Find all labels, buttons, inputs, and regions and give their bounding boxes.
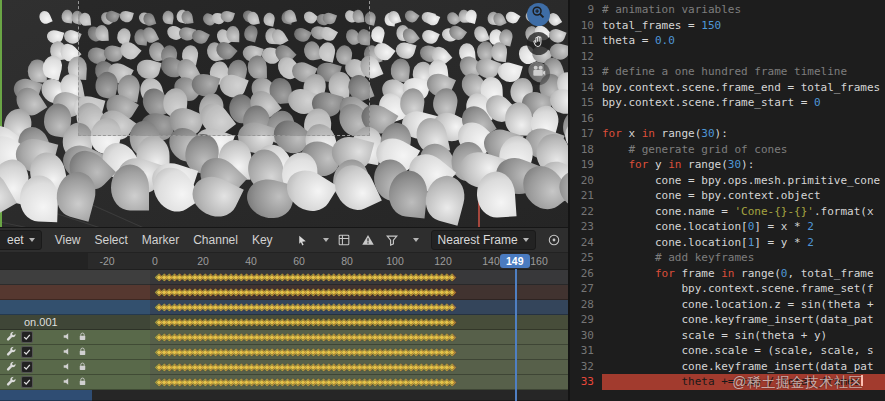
code-line: 20 cone = bpy.ops.mesh.primitive_cone	[570, 173, 885, 189]
modifier-wrench-icon[interactable]	[5, 375, 17, 390]
key-area[interactable]: ◈◈◈◈◈◈◈◈◈◈◈◈◈◈◈◈◈◈◈◈◈◈◈◈◈◈◈◈◈◈◈◈◈◈◈◈◈◈◈◈…	[150, 345, 568, 360]
channel-row-fcurve[interactable]: ◈◈◈◈◈◈◈◈◈◈◈◈◈◈◈◈◈◈◈◈◈◈◈◈◈◈◈◈◈◈◈◈◈◈◈◈◈◈◈◈…	[0, 360, 568, 375]
lock-icon[interactable]	[77, 330, 88, 345]
pan-button[interactable]	[527, 32, 550, 55]
modifier-wrench-icon[interactable]	[5, 330, 17, 345]
enable-checkbox[interactable]	[21, 346, 33, 358]
key-area[interactable]: ◈◈◈◈◈◈◈◈◈◈◈◈◈◈◈◈◈◈◈◈◈◈◈◈◈◈◈◈◈◈◈◈◈◈◈◈◈◈◈◈…	[150, 330, 568, 345]
enable-checkbox[interactable]	[21, 361, 33, 373]
cone[interactable]	[119, 9, 134, 23]
keyframe-chain[interactable]: ◈◈◈◈◈◈◈◈◈◈◈◈◈◈◈◈◈◈◈◈◈◈◈◈◈◈◈◈◈◈◈◈◈◈◈◈◈◈◈◈…	[155, 375, 517, 390]
mute-speaker-icon[interactable]	[62, 375, 73, 390]
mute-speaker-icon[interactable]	[62, 360, 73, 375]
playhead-line[interactable]	[515, 269, 517, 401]
cone[interactable]	[162, 10, 174, 24]
3d-viewport[interactable]	[0, 0, 568, 228]
lock-icon[interactable]	[77, 345, 88, 360]
menu-select[interactable]: Select	[87, 233, 134, 247]
line-number: 31	[570, 343, 602, 359]
cone[interactable]	[284, 9, 297, 24]
cone[interactable]	[369, 24, 386, 43]
text-editor[interactable]: 9# animation variables10total_frames = 1…	[568, 0, 885, 401]
menu-view[interactable]: View	[48, 233, 88, 247]
menu-marker[interactable]: Marker	[135, 233, 186, 247]
channel-name: on.001	[0, 316, 58, 328]
dope-sheet-editor[interactable]: eet ViewSelectMarkerChannelKey Nearest F…	[0, 228, 568, 401]
keyframe-chain[interactable]: ◈◈◈◈◈◈◈◈◈◈◈◈◈◈◈◈◈◈◈◈◈◈◈◈◈◈◈◈◈◈◈◈◈◈◈◈◈◈◈◈…	[155, 330, 517, 345]
cone[interactable]	[403, 8, 420, 24]
key-area[interactable]	[92, 390, 568, 401]
menu-key[interactable]: Key	[245, 233, 280, 247]
key-area[interactable]: ◈◈◈◈◈◈◈◈◈◈◈◈◈◈◈◈◈◈◈◈◈◈◈◈◈◈◈◈◈◈◈◈◈◈◈◈◈◈◈◈…	[150, 300, 568, 315]
channel-row-action[interactable]: ◈◈◈◈◈◈◈◈◈◈◈◈◈◈◈◈◈◈◈◈◈◈◈◈◈◈◈◈◈◈◈◈◈◈◈◈◈◈◈◈…	[0, 300, 568, 315]
channel-icons	[0, 360, 92, 375]
filter-funnel-icon[interactable]	[384, 232, 401, 249]
keyframe-chain[interactable]: ◈◈◈◈◈◈◈◈◈◈◈◈◈◈◈◈◈◈◈◈◈◈◈◈◈◈◈◈◈◈◈◈◈◈◈◈◈◈◈◈…	[155, 360, 517, 375]
proportional-edit-icon[interactable]	[546, 232, 563, 249]
cone[interactable]	[262, 12, 275, 27]
channel-row-fragment[interactable]	[0, 390, 568, 401]
cone[interactable]	[111, 165, 149, 211]
code-line: 31 cone.scale = (scale, scale, s	[570, 343, 885, 359]
keyframe-chain[interactable]: ◈◈◈◈◈◈◈◈◈◈◈◈◈◈◈◈◈◈◈◈◈◈◈◈◈◈◈◈◈◈◈◈◈◈◈◈◈◈◈◈…	[155, 270, 517, 285]
mute-speaker-icon[interactable]	[62, 345, 73, 360]
enable-checkbox[interactable]	[21, 376, 33, 388]
key-area[interactable]: ◈◈◈◈◈◈◈◈◈◈◈◈◈◈◈◈◈◈◈◈◈◈◈◈◈◈◈◈◈◈◈◈◈◈◈◈◈◈◈◈…	[150, 360, 568, 375]
keyframe-chain[interactable]: ◈◈◈◈◈◈◈◈◈◈◈◈◈◈◈◈◈◈◈◈◈◈◈◈◈◈◈◈◈◈◈◈◈◈◈◈◈◈◈◈…	[155, 315, 517, 330]
channel-row-summary[interactable]: ◈◈◈◈◈◈◈◈◈◈◈◈◈◈◈◈◈◈◈◈◈◈◈◈◈◈◈◈◈◈◈◈◈◈◈◈◈◈◈◈…	[0, 270, 568, 285]
timeline-ruler[interactable]: -20020406080100120140160	[0, 253, 568, 270]
cone[interactable]	[79, 12, 91, 26]
snap-mode-label: Nearest Frame	[438, 233, 518, 247]
cone[interactable]	[465, 9, 478, 24]
channel-row-object[interactable]: ◈◈◈◈◈◈◈◈◈◈◈◈◈◈◈◈◈◈◈◈◈◈◈◈◈◈◈◈◈◈◈◈◈◈◈◈◈◈◈◈…	[0, 285, 568, 300]
cone[interactable]	[419, 28, 439, 47]
key-area[interactable]: ◈◈◈◈◈◈◈◈◈◈◈◈◈◈◈◈◈◈◈◈◈◈◈◈◈◈◈◈◈◈◈◈◈◈◈◈◈◈◈◈…	[150, 315, 568, 330]
keyframe-chain[interactable]: ◈◈◈◈◈◈◈◈◈◈◈◈◈◈◈◈◈◈◈◈◈◈◈◈◈◈◈◈◈◈◈◈◈◈◈◈◈◈◈◈…	[155, 300, 517, 315]
channel-row-fcurve[interactable]: ◈◈◈◈◈◈◈◈◈◈◈◈◈◈◈◈◈◈◈◈◈◈◈◈◈◈◈◈◈◈◈◈◈◈◈◈◈◈◈◈…	[0, 330, 568, 345]
cone[interactable]	[317, 40, 337, 62]
current-frame-badge[interactable]: 149	[500, 254, 530, 268]
cone[interactable]	[19, 176, 59, 223]
mute-speaker-icon[interactable]	[62, 330, 73, 345]
cone[interactable]	[353, 9, 365, 23]
frame-icon[interactable]	[336, 232, 353, 249]
code-line: 15bpy.context.scene.frame_start = 0	[570, 95, 885, 111]
menu-channel[interactable]: Channel	[186, 233, 245, 247]
cone[interactable]	[248, 56, 267, 79]
cone[interactable]	[424, 12, 440, 27]
keyframe-chain[interactable]: ◈◈◈◈◈◈◈◈◈◈◈◈◈◈◈◈◈◈◈◈◈◈◈◈◈◈◈◈◈◈◈◈◈◈◈◈◈◈◈◈…	[155, 345, 517, 360]
cone[interactable]	[181, 10, 193, 24]
code-line: 19 for y in range(30):	[570, 157, 885, 173]
key-area[interactable]: ◈◈◈◈◈◈◈◈◈◈◈◈◈◈◈◈◈◈◈◈◈◈◈◈◈◈◈◈◈◈◈◈◈◈◈◈◈◈◈◈…	[150, 375, 568, 390]
keyframe-chain[interactable]: ◈◈◈◈◈◈◈◈◈◈◈◈◈◈◈◈◈◈◈◈◈◈◈◈◈◈◈◈◈◈◈◈◈◈◈◈◈◈◈◈…	[155, 285, 517, 300]
zoom-button[interactable]	[527, 3, 550, 26]
cone[interactable]	[225, 26, 239, 42]
enable-checkbox[interactable]	[21, 331, 33, 343]
cone[interactable]	[247, 11, 260, 26]
cone[interactable]	[38, 10, 53, 26]
editor-mode-dropdown[interactable]: eet	[0, 230, 42, 250]
camera-view-button[interactable]	[527, 62, 550, 85]
modifier-wrench-icon[interactable]	[5, 360, 17, 375]
line-number: 22	[570, 204, 602, 220]
cone[interactable]	[242, 24, 259, 43]
lock-icon[interactable]	[77, 360, 88, 375]
channel-row-group[interactable]: on.001◈◈◈◈◈◈◈◈◈◈◈◈◈◈◈◈◈◈◈◈◈◈◈◈◈◈◈◈◈◈◈◈◈◈…	[0, 315, 568, 330]
cone[interactable]	[357, 28, 372, 45]
code-line: 10total_frames = 150	[570, 18, 885, 34]
hand-icon	[531, 34, 546, 53]
snap-mode-dropdown[interactable]: Nearest Frame	[431, 230, 536, 250]
cone[interactable]	[505, 102, 533, 135]
lock-icon[interactable]	[77, 375, 88, 390]
chevron-down-icon	[523, 238, 529, 242]
warning-icon[interactable]	[360, 232, 377, 249]
cone[interactable]	[363, 11, 376, 26]
ruler-tick: 0	[152, 255, 158, 267]
key-area[interactable]: ◈◈◈◈◈◈◈◈◈◈◈◈◈◈◈◈◈◈◈◈◈◈◈◈◈◈◈◈◈◈◈◈◈◈◈◈◈◈◈◈…	[150, 285, 568, 300]
channel-row-fcurve[interactable]: ◈◈◈◈◈◈◈◈◈◈◈◈◈◈◈◈◈◈◈◈◈◈◈◈◈◈◈◈◈◈◈◈◈◈◈◈◈◈◈◈…	[0, 345, 568, 360]
channel-row-fcurve[interactable]: ◈◈◈◈◈◈◈◈◈◈◈◈◈◈◈◈◈◈◈◈◈◈◈◈◈◈◈◈◈◈◈◈◈◈◈◈◈◈◈◈…	[0, 375, 568, 390]
cursor-tool-icon[interactable]	[294, 232, 311, 249]
code-line: 13# define a one hundred frame timeline	[570, 64, 885, 80]
modifier-wrench-icon[interactable]	[5, 345, 17, 360]
key-area[interactable]: ◈◈◈◈◈◈◈◈◈◈◈◈◈◈◈◈◈◈◈◈◈◈◈◈◈◈◈◈◈◈◈◈◈◈◈◈◈◈◈◈…	[150, 270, 568, 285]
